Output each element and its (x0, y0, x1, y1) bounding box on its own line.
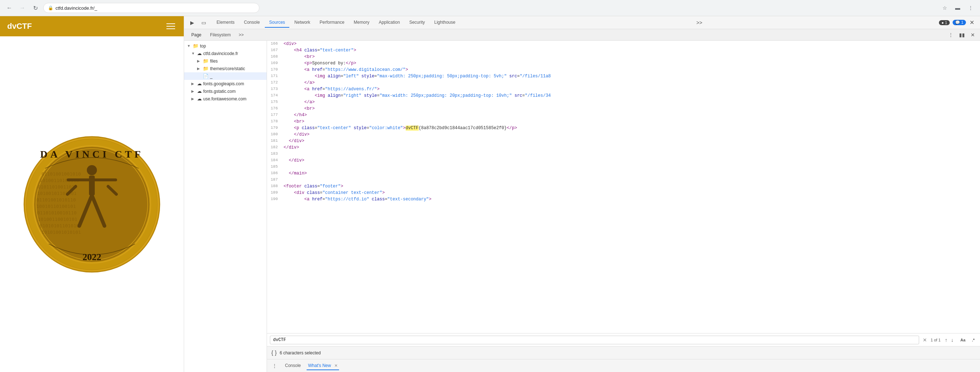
tree-label-underscore: _ (210, 74, 213, 79)
arrow-icon: ▼ (187, 44, 191, 48)
menu-button[interactable]: ⋮ (966, 3, 976, 13)
line-content: </div> (282, 138, 980, 144)
code-line-189: 189 <div class="container text-center"> (267, 190, 980, 196)
line-content: <br> (282, 119, 980, 125)
search-prev-btn[interactable]: ↑ (943, 336, 949, 344)
regex-btn[interactable]: .* (970, 337, 977, 343)
line-num: 171 (267, 73, 282, 79)
line-num: 170 (267, 66, 282, 73)
line-num: 175 (267, 99, 282, 105)
bookmark-button[interactable]: ☆ (940, 3, 950, 13)
tree-item-themes[interactable]: ▶ 📁 themes/core/static (184, 65, 267, 72)
bottom-tab-console[interactable]: Console (283, 362, 302, 370)
vertical-dots-btn[interactable]: ⋮ (946, 31, 956, 38)
line-content: <img align="right" style="max-width: 250… (282, 92, 980, 99)
tab-memory[interactable]: Memory (350, 17, 374, 28)
device-icon-btn[interactable]: ▭ (199, 17, 208, 28)
match-case-btn[interactable]: Aa (958, 337, 968, 343)
line-content (282, 177, 980, 183)
line-content: <footer class="footer"> (282, 183, 980, 190)
code-line-175: 175 </a> (267, 99, 980, 105)
close-sources-btn[interactable]: ✕ (969, 31, 977, 38)
search-input[interactable] (270, 336, 919, 344)
svg-text:01101001010110: 01101001010110 (37, 197, 76, 203)
search-options: Aa .* (958, 337, 977, 343)
code-line-178: 178 <br> (267, 119, 980, 125)
line-num: 169 (267, 60, 282, 66)
tree-item-top[interactable]: ▼ 📁 top (184, 42, 267, 50)
inspect-icon-btn[interactable]: ▶ (187, 17, 197, 28)
sources-subtab-actions: ⋮ ▮▮ ✕ (946, 31, 977, 38)
line-num: 184 (267, 157, 282, 164)
code-line-186: 186 </main> (267, 170, 980, 177)
bottom-tab-whatsnew[interactable]: What's New ✕ (307, 362, 339, 370)
forward-button[interactable]: → (17, 3, 27, 13)
tree-item-underscore[interactable]: 📄 _ (184, 72, 267, 80)
sources-subtabs: Page Filesystem >> ⋮ ▮▮ ✕ (184, 29, 980, 41)
hamburger-line (167, 24, 175, 24)
tab-application[interactable]: Application (374, 17, 404, 28)
tree-item-fontawesome[interactable]: ▶ ☁ use.fontawesome.com (184, 95, 267, 103)
line-num: 179 (267, 125, 282, 131)
line-content (282, 164, 980, 170)
hamburger-menu[interactable] (165, 22, 177, 30)
line-content: <br> (282, 54, 980, 60)
code-line-185: 185 (267, 164, 980, 170)
line-content: </div> (282, 144, 980, 151)
line-content: <a href="https://ctfd.io" class="text-se… (282, 196, 980, 203)
search-next-btn[interactable]: ↓ (950, 336, 955, 344)
code-editor[interactable]: 166 <div> 167 <h4 class="text-center"> 1… (267, 41, 980, 333)
cloud-icon-fonts-gstatic: ☁ (197, 89, 202, 94)
more-tabs-btn[interactable]: >> (694, 17, 705, 28)
tab-console[interactable]: Console (240, 17, 264, 28)
tree-item-ctfd[interactable]: ▼ ☁ ctfd.davincicode.fr (184, 50, 267, 57)
sidebar-toggle-btn[interactable]: ▮▮ (957, 31, 967, 38)
tree-label-ctfd: ctfd.davincicode.fr (203, 51, 238, 56)
tree-item-fonts-gstatic[interactable]: ▶ ☁ fonts.gstatic.com (184, 87, 267, 95)
tree-item-fonts-google[interactable]: ▶ ☁ fonts.googleapis.com (184, 80, 267, 87)
tab-security[interactable]: Security (405, 17, 429, 28)
format-btn[interactable]: { } (271, 350, 277, 356)
line-content (282, 151, 980, 157)
sources-more-btn[interactable]: >> (236, 32, 246, 38)
tab-network[interactable]: Network (290, 17, 315, 28)
svg-text:10101001010101: 10101001010101 (41, 230, 81, 235)
line-num: 182 (267, 144, 282, 151)
back-button[interactable]: ← (4, 3, 14, 13)
line-content: <h4 class="text-center"> (282, 47, 980, 54)
tab-elements[interactable]: Elements (212, 17, 239, 28)
tab-sources[interactable]: Sources (265, 17, 289, 28)
subtab-filesystem[interactable]: Filesystem (206, 31, 235, 39)
search-nav: ↑ ↓ (943, 336, 955, 344)
line-num: 181 (267, 138, 282, 144)
code-line-173: 173 <a href="https://advens.fr/"> (267, 86, 980, 92)
line-content: <div> (282, 41, 980, 47)
tree-item-files[interactable]: ▶ 📁 files (184, 57, 267, 65)
tab-lighthouse[interactable]: Lighthouse (430, 17, 460, 28)
code-line-184: 184 </div> (267, 157, 980, 164)
devtools-close-btn[interactable]: ✕ (967, 17, 977, 27)
chat-badge: 💬 1 (953, 20, 966, 25)
extensions-button[interactable]: ▬ (953, 3, 963, 13)
coin-logo: 01101001001010 10100110100110 0101101001… (24, 136, 160, 273)
reload-button[interactable]: ↻ (30, 3, 40, 13)
bottom-menu-btn[interactable]: ⋮ (270, 362, 279, 369)
code-line-182: 182 </div> (267, 144, 980, 151)
search-clear-btn[interactable]: ✕ (922, 336, 928, 344)
line-num: 172 (267, 79, 282, 86)
code-line-180: 180 </div> (267, 131, 980, 138)
whats-new-close[interactable]: ✕ (334, 363, 337, 368)
code-line-167: 167 <h4 class="text-center"> (267, 47, 980, 54)
arrow-icon: ▶ (191, 97, 196, 101)
svg-text:10100110010101: 10100110010101 (38, 217, 78, 222)
address-bar[interactable]: 🔒 ctfd.davincicode.fr/_ (43, 3, 259, 13)
arrow-icon: ▶ (191, 89, 196, 93)
line-num: 176 (267, 105, 282, 112)
code-line-188: 188 <footer class="footer"> (267, 183, 980, 190)
line-content: </h4> (282, 112, 980, 119)
line-content: <img align="left" style="max-width: 250p… (282, 73, 980, 79)
line-num: 188 (267, 183, 282, 190)
code-line-169: 169 <p>Sponsored by:</p> (267, 60, 980, 66)
tab-performance[interactable]: Performance (315, 17, 349, 28)
subtab-page[interactable]: Page (187, 31, 206, 39)
